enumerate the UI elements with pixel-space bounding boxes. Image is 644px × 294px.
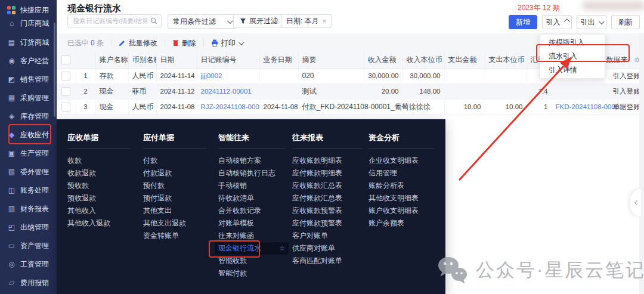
menu-item[interactable]: 资金转账单 xyxy=(143,232,206,240)
menu-item[interactable]: 其他支出退款 xyxy=(143,219,206,227)
import-menu-item-2[interactable]: 引入详情 xyxy=(540,63,605,77)
sidebar-item-order-mall[interactable]: ▤订货商城 xyxy=(7,37,57,48)
menu-item[interactable]: 应收账款汇总表 xyxy=(292,182,363,190)
menu-item[interactable]: 供应商对账单 xyxy=(292,245,363,252)
search-input[interactable] xyxy=(68,17,150,24)
header-checkbox[interactable] xyxy=(61,55,70,64)
menu-item[interactable]: 账龄分析表 xyxy=(369,182,434,190)
sidebar-item-finance-report[interactable]: ▥财务报表 xyxy=(7,203,57,214)
sidebar-item-cashier[interactable]: ◰出纳管理 xyxy=(7,222,57,233)
menu-item-active[interactable]: 现金银行流水☆ xyxy=(215,242,289,255)
sidebar-item-label: 生产管理 xyxy=(20,148,49,159)
menu-item-label: 其他收入 xyxy=(67,206,96,215)
menu-item[interactable]: 智能付款 xyxy=(218,270,285,277)
menu-item[interactable]: 自动核销方案 xyxy=(218,157,285,165)
sidebar-item-sales[interactable]: ◩销售管理 xyxy=(7,74,57,85)
menu-item[interactable]: 预付退款 xyxy=(143,194,206,202)
cell-4: 2024-11-14 xyxy=(156,68,197,83)
sidebar-item-expense[interactable]: ▱费用报销 xyxy=(7,277,57,288)
menu-item[interactable]: 待收款清单 xyxy=(218,194,285,202)
condition-filter-select[interactable]: 常用条件过滤 xyxy=(168,14,237,29)
cell-5: RJZ-20241108-00001 xyxy=(197,99,259,114)
menu-item[interactable]: 客商匹配对账单 xyxy=(292,257,363,265)
menu-item[interactable]: 应付账款汇总表 xyxy=(292,194,363,202)
batch-edit-button[interactable]: 批量修改 xyxy=(119,38,157,48)
sidebar-item-apps-grid[interactable]: 快捷应用 xyxy=(7,5,57,16)
menu-item[interactable]: 应收账款明细表 xyxy=(292,157,363,165)
menu-item[interactable]: 智能收款 xyxy=(218,257,285,265)
menu-item[interactable]: 账户收支明细表 xyxy=(369,207,434,215)
add-button[interactable]: 新增 xyxy=(509,15,537,29)
menu-item[interactable]: 往来对账函 xyxy=(218,232,285,240)
menu-item[interactable]: 收款退款 xyxy=(67,169,131,177)
sidebar-item-production[interactable]: ▣生产管理 xyxy=(7,148,57,159)
menu-item-label: 账户余额表 xyxy=(369,219,404,227)
menu-item[interactable]: 其他收入退款 xyxy=(67,219,131,227)
menu-item[interactable]: 对账单模板 xyxy=(218,219,285,227)
row-checkbox[interactable] xyxy=(61,103,70,112)
date-filter-tag[interactable]: 日期: 本月 × xyxy=(281,14,332,27)
menu-item[interactable]: 手动核销 xyxy=(218,182,285,190)
menu-item[interactable]: 收款 xyxy=(67,157,131,165)
menu-item[interactable]: 其他支出 xyxy=(143,207,206,215)
menu-item[interactable]: 预付款 xyxy=(143,182,206,190)
menu-item[interactable]: 其他收支明细表 xyxy=(369,194,434,202)
menu-item[interactable]: 账户余额表 xyxy=(369,219,434,227)
sidebar-nav: 快捷应用⌂门店商城▤订货商城◉客户经营◩销售管理▦采购管理◈库存管理◆应收应付▣… xyxy=(0,0,57,288)
sidebar-item-inventory[interactable]: ◈库存管理 xyxy=(7,111,57,122)
import-menu-item-1[interactable]: 流水引入 xyxy=(540,49,605,63)
import-menu-item-0[interactable]: 按模版引入 xyxy=(540,36,605,49)
menu-item[interactable]: 客户对账单 xyxy=(292,232,363,240)
journal-no-link[interactable]: 20241112-00001 xyxy=(201,88,252,95)
menu-item[interactable]: 其他收入 xyxy=(67,207,131,215)
menu-item[interactable]: 企业收支明细表 xyxy=(369,157,434,165)
cell-4: 2024-11-12 xyxy=(156,83,197,99)
row-checkbox[interactable] xyxy=(61,72,70,81)
sidebar-item-assets[interactable]: ▭资产管理 xyxy=(7,240,57,251)
cell-12: 1 xyxy=(527,99,552,114)
condition-filter-label: 常用条件过滤 xyxy=(173,17,216,27)
menu-item[interactable]: 应付账款预警表 xyxy=(292,219,363,227)
sidebar-item-purchase[interactable]: ▦采购管理 xyxy=(7,92,57,103)
menu-item[interactable]: 自动核销执行日志 xyxy=(218,169,285,177)
selected-count-text: 已选中0条 xyxy=(67,38,104,48)
sidebar-item-outsourcing[interactable]: ▧委外管理 xyxy=(7,166,57,177)
delete-button[interactable]: 删除 xyxy=(172,38,196,48)
add-button-label: 新增 xyxy=(516,17,530,27)
watermark-text: 公众号·星辰云笔记 xyxy=(476,258,644,283)
expand-filter-button[interactable]: 展开过滤 xyxy=(233,14,284,27)
journal-no-link[interactable]: RJZ-20241108-00001 xyxy=(201,103,260,110)
export-button-label: 引出 xyxy=(581,17,595,27)
sidebar-item-payroll[interactable]: ◎工资管理 xyxy=(7,259,57,270)
accounting-period[interactable]: 2023年 12 期 xyxy=(518,3,560,13)
export-button[interactable]: 引出 xyxy=(577,15,606,29)
import-button[interactable]: 引入 xyxy=(542,15,572,29)
sidebar-item-receivable-payable[interactable]: ◆应收应付 xyxy=(7,129,57,140)
star-icon[interactable]: ☆ xyxy=(279,245,285,252)
menu-section-title: 应收单据 xyxy=(67,134,131,142)
cell-6 xyxy=(259,68,298,83)
menu-item[interactable]: 付款退款 xyxy=(143,169,206,177)
apps-grid-icon xyxy=(7,6,16,14)
table-row: 3现金人民币2024-11-08RJZ-20241108-000012024-1… xyxy=(57,99,644,114)
menu-item[interactable]: 信用管理 xyxy=(369,169,434,177)
close-icon[interactable]: × xyxy=(323,17,326,24)
menu-section-2: 智能往来自动核销方案自动核销执行日志手动核销待收款清单合并收款记录对账单模板往来… xyxy=(218,134,285,282)
menu-item[interactable]: 应收账款预警表 xyxy=(292,207,363,215)
sidebar-scrollbar[interactable] xyxy=(54,23,55,117)
sidebar-item-accounting[interactable]: ◫账务处理 xyxy=(7,185,57,196)
refresh-button[interactable]: 刷新 xyxy=(611,15,640,29)
sidebar-item-storefront[interactable]: ⌂门店商城 xyxy=(7,18,57,29)
menu-item[interactable]: 预收退款 xyxy=(67,194,131,202)
sales-icon: ◩ xyxy=(7,75,16,83)
menu-item[interactable]: 应付账款明细表 xyxy=(292,169,363,177)
menu-item[interactable]: 付款 xyxy=(143,157,206,165)
sidebar-item-customer[interactable]: ◉客户经营 xyxy=(7,55,57,66)
menu-item[interactable]: 预收款 xyxy=(67,182,131,190)
row-checkbox[interactable] xyxy=(61,87,70,96)
chevron-down-icon xyxy=(598,18,604,24)
print-button[interactable]: 打印 xyxy=(211,38,243,48)
menu-item[interactable]: 合并收款记录 xyxy=(218,207,285,215)
collapse-panel-handle[interactable] xyxy=(630,188,641,217)
journal-no-link[interactable]: jjjj0002 xyxy=(201,72,222,79)
